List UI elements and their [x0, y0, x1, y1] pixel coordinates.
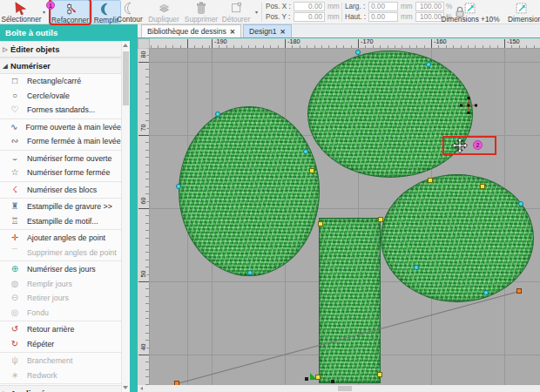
- node-handle-curve[interactable]: [355, 50, 361, 55]
- node-handle-corner[interactable]: [309, 168, 314, 173]
- v-ruler-label: 60: [139, 195, 147, 207]
- node-handle-curve[interactable]: [518, 201, 523, 206]
- pos-y-label: Pos. Y :: [266, 13, 290, 21]
- node-handle-corner[interactable]: [480, 184, 485, 189]
- sidebar-item-digitize-open-shape[interactable]: ⌣Numériser forme ouverte: [0, 152, 121, 166]
- width-field[interactable]: 0.00: [368, 2, 398, 11]
- outline-button[interactable]: Contour: [115, 0, 145, 24]
- design-canvas[interactable]: 2: [150, 49, 540, 385]
- shamrock-stem[interactable]: [319, 218, 381, 383]
- guide-handle[interactable]: [516, 288, 522, 294]
- select-dropdown-arrow[interactable]: ▾: [43, 9, 45, 15]
- selected-node-crosshair-icon[interactable]: [459, 96, 478, 115]
- toolbar-separator: [261, 3, 262, 22]
- sidebar-separator: [0, 229, 121, 230]
- canvas-scrollbar-thumb[interactable]: [338, 386, 352, 391]
- node-handle-curve[interactable]: [176, 184, 181, 189]
- h-ruler-label: -190: [213, 38, 228, 45]
- sidebar-item-freehand-closed[interactable]: ∾Forme fermée à main levée: [0, 134, 121, 149]
- dimensions-more-button[interactable]: Dimension: [508, 0, 540, 24]
- delete-button[interactable]: Supprimer: [185, 0, 218, 24]
- node-handle-curve[interactable]: [426, 62, 431, 67]
- scroll-up-icon[interactable]: [123, 44, 128, 47]
- crop-button[interactable]: Détourer: [219, 0, 253, 24]
- tab-close-icon[interactable]: ✕: [230, 28, 235, 36]
- outline-crescent-icon: [123, 2, 137, 15]
- h-ruler-label: -170: [360, 38, 375, 45]
- tab-design-library[interactable]: Bibliothèque de dessins ✕: [141, 24, 241, 37]
- sidebar-item-branching[interactable]: ψBranchement: [0, 354, 121, 368]
- crop-dropdown-arrow[interactable]: ▾: [255, 9, 258, 15]
- node-handle-curve[interactable]: [247, 270, 253, 275]
- blocks-zigzag-icon: ☇: [8, 184, 22, 196]
- node-handle-curve[interactable]: [414, 265, 419, 270]
- panel-splitter[interactable]: [130, 24, 138, 392]
- sidebar-item-blend[interactable]: ◎Fondu: [0, 306, 121, 321]
- shamrock-right-leaf[interactable]: [381, 174, 534, 302]
- sidebar-item-digitize-closed-shape[interactable]: ☆Numériser forme fermée: [0, 166, 121, 180]
- duplicate-button[interactable]: Dupliquer: [148, 0, 179, 24]
- node-handle-corner[interactable]: [378, 217, 383, 222]
- node-handle-dark[interactable]: [305, 377, 308, 381]
- annotation-rectangle: [442, 136, 496, 155]
- scroll-left-icon[interactable]: [140, 387, 143, 390]
- sidebar-item-digitize-holes[interactable]: ⊕Numériser des jours: [0, 262, 121, 277]
- sidebar-item-motif-stamp[interactable]: ♖Estampille de motif...: [0, 214, 121, 229]
- sidebar-item-digitize-blocks[interactable]: ☇Numériser des blocs: [0, 183, 121, 198]
- toolbox-panel: ▷ Éditer objets ◢ Numériser □Rectangle/c…: [0, 41, 122, 392]
- v-ruler-label: 50: [139, 268, 147, 280]
- height-label: Haut. :: [345, 13, 366, 21]
- h-ruler-label: -150: [506, 38, 521, 45]
- rectangle-icon: □: [8, 75, 22, 87]
- reshape-button-label: Refaçonner: [51, 16, 89, 24]
- sidebar-section-digitize[interactable]: ◢ Numériser: [0, 57, 121, 74]
- sidebar-scrollbar[interactable]: [122, 41, 130, 392]
- annotation-badge-1: 1: [46, 1, 55, 10]
- sidebar-item-add-stitch-angles[interactable]: ✛Ajouter angles de point: [0, 231, 121, 246]
- circle-icon: ○: [8, 90, 22, 102]
- node-handle-corner[interactable]: [428, 178, 433, 183]
- sidebar-item-rectangle[interactable]: □Rectangle/carré: [0, 74, 121, 89]
- sidebar-section-edit-objects[interactable]: ▷ Éditer objets: [0, 41, 121, 57]
- sidebar-item-remove-stitch-angles[interactable]: ⌒Supprimer angles de point: [0, 246, 121, 260]
- dimensions-more-label: Dimension: [508, 15, 540, 24]
- sidebar-item-circle[interactable]: ○Cercle/ovale: [0, 89, 121, 104]
- node-handle-curve[interactable]: [483, 290, 489, 295]
- node-handle-corner[interactable]: [318, 221, 323, 226]
- node-handle-corner[interactable]: [315, 375, 321, 380]
- reshape-icon: [64, 3, 78, 16]
- sidebar-item-fill-holes[interactable]: ◍Remplir jours: [0, 277, 121, 292]
- node-handle-curve[interactable]: [303, 149, 308, 154]
- sidebar-scrollbar-thumb[interactable]: [123, 51, 129, 105]
- node-handle-curve[interactable]: [215, 112, 220, 117]
- shamrock-top-leaf[interactable]: [307, 51, 473, 178]
- sidebar-item-repeat[interactable]: ↻Répéter: [0, 337, 121, 352]
- shapes-icon: ♡: [8, 104, 22, 116]
- tab-design-library-label: Bibliothèque de dessins: [147, 27, 226, 36]
- reshape-button[interactable]: Refaçonner: [51, 0, 90, 24]
- sidebar-item-freehand-open[interactable]: ∿Forme ouverte à main levée: [0, 120, 121, 135]
- pos-x-field[interactable]: 0.00: [294, 2, 325, 11]
- tab-design1[interactable]: Design1 ✕: [243, 24, 292, 37]
- outline-button-label: Contour: [117, 15, 143, 24]
- canvas-horizontal-scrollbar[interactable]: [138, 385, 540, 392]
- sidebar-item-backtrack[interactable]: ↺Retour arrière: [0, 322, 121, 337]
- sidebar-section-applique[interactable]: ▷ Appliqué: [0, 385, 121, 392]
- dimensions-plus-10-label: Dimensions +10%: [441, 15, 499, 24]
- node-handle-dark[interactable]: [331, 380, 334, 383]
- sidebar-item-standard-shapes[interactable]: ♡Formes standards...: [0, 103, 121, 118]
- scroll-down-icon[interactable]: [123, 386, 128, 389]
- tab-close-icon[interactable]: ✕: [280, 28, 286, 36]
- node-handle-corner[interactable]: [377, 372, 382, 377]
- select-button[interactable]: Sélectionner: [1, 0, 42, 24]
- pos-y-field[interactable]: 0.00: [294, 12, 325, 22]
- main-toolbar: Sélectionner ▾ Refaçonner 1 Remplir Cont…: [0, 0, 540, 24]
- height-field[interactable]: 0.00: [368, 12, 398, 22]
- sidebar-item-redwork[interactable]: ∗Redwork: [0, 368, 121, 383]
- dimensions-plus-10-button[interactable]: Dimensions +10%: [440, 0, 501, 24]
- tab-design1-label: Design1: [249, 27, 277, 36]
- sidebar-item-remove-holes[interactable]: ⊖Retirer jours: [0, 291, 121, 306]
- open-shape-icon: ⌣: [8, 152, 22, 165]
- sidebar-item-carving-stamp[interactable]: ♜Estampille de gravure >>: [0, 199, 121, 214]
- shamrock-left-leaf[interactable]: [179, 106, 320, 276]
